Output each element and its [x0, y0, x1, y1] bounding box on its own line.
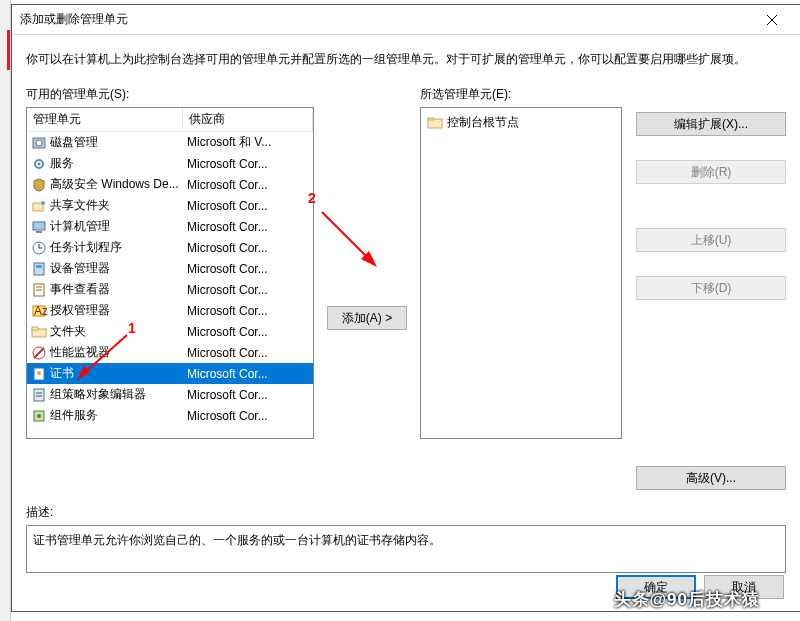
snapin-row[interactable]: 证书Microsoft Cor... [27, 363, 313, 384]
snapin-name: 授权管理器 [50, 302, 110, 319]
snapin-name: 证书 [50, 365, 74, 382]
dialog-window: 添加或删除管理单元 你可以在计算机上为此控制台选择可用的管理单元并配置所选的一组… [11, 4, 800, 612]
svg-rect-8 [33, 222, 45, 230]
share-icon [31, 198, 47, 214]
cert-icon [31, 366, 47, 382]
snapin-row[interactable]: 共享文件夹Microsoft Cor... [27, 195, 313, 216]
clock-icon [31, 240, 47, 256]
snapin-name: 文件夹 [50, 323, 86, 340]
console-root-label: 控制台根节点 [447, 114, 519, 131]
selected-label: 所选管理单元(E): [420, 86, 622, 103]
snapin-name: 计算机管理 [50, 218, 110, 235]
svg-rect-21 [32, 327, 38, 330]
gpo-icon [31, 387, 47, 403]
snapin-name: 服务 [50, 155, 74, 172]
dialog-description: 你可以在计算机上为此控制台选择可用的管理单元并配置所选的一组管理单元。对于可扩展… [26, 51, 786, 68]
snapin-row[interactable]: 文件夹Microsoft Cor... [27, 321, 313, 342]
snapin-row[interactable]: 磁盘管理Microsoft 和 V... [27, 132, 313, 153]
svg-rect-9 [36, 231, 42, 233]
snapin-row[interactable]: 性能监视器Microsoft Cor... [27, 342, 313, 363]
header-name[interactable]: 管理单元 [27, 108, 183, 131]
titlebar: 添加或删除管理单元 [12, 5, 800, 35]
window-title: 添加或删除管理单元 [20, 11, 752, 28]
snapin-vendor: Microsoft Cor... [183, 157, 313, 171]
snapin-vendor: Microsoft Cor... [183, 220, 313, 234]
snapin-vendor: Microsoft Cor... [183, 304, 313, 318]
remove-button[interactable]: 删除(R) [636, 160, 786, 184]
snapin-row[interactable]: 任务计划程序Microsoft Cor... [27, 237, 313, 258]
snapin-row[interactable]: 设备管理器Microsoft Cor... [27, 258, 313, 279]
svg-point-25 [37, 371, 41, 375]
auth-icon: Az [31, 303, 47, 319]
svg-point-7 [41, 201, 45, 205]
snapin-vendor: Microsoft Cor... [183, 346, 313, 360]
snapin-row[interactable]: 服务Microsoft Cor... [27, 153, 313, 174]
snapin-vendor: Microsoft Cor... [183, 367, 313, 381]
available-label: 可用的管理单元(S): [26, 86, 314, 103]
snapin-row[interactable]: 事件查看器Microsoft Cor... [27, 279, 313, 300]
snapin-name: 共享文件夹 [50, 197, 110, 214]
snapin-name: 设备管理器 [50, 260, 110, 277]
snapin-row[interactable]: Az授权管理器Microsoft Cor... [27, 300, 313, 321]
snapin-name: 任务计划程序 [50, 239, 122, 256]
snapin-name: 性能监视器 [50, 344, 110, 361]
list-header: 管理单元 供应商 [27, 108, 313, 132]
available-snapins-list[interactable]: 管理单元 供应商 磁盘管理Microsoft 和 V...服务Microsoft… [26, 107, 314, 439]
snapin-name: 组件服务 [50, 407, 98, 424]
add-button[interactable]: 添加(A) > [327, 306, 407, 330]
svg-rect-13 [34, 263, 44, 275]
snapin-vendor: Microsoft Cor... [183, 199, 313, 213]
close-icon [767, 15, 777, 25]
snapin-name: 高级安全 Windows De... [50, 176, 179, 193]
folder-icon [427, 115, 443, 131]
svg-rect-26 [34, 389, 44, 401]
svg-text:Az: Az [34, 304, 47, 318]
cancel-button[interactable]: 取消 [704, 575, 784, 599]
snapin-vendor: Microsoft Cor... [183, 241, 313, 255]
snapin-row[interactable]: 组件服务Microsoft Cor... [27, 405, 313, 426]
computer-icon [31, 219, 47, 235]
move-up-button[interactable]: 上移(U) [636, 228, 786, 252]
console-root-item[interactable]: 控制台根节点 [425, 112, 617, 133]
snapin-name: 事件查看器 [50, 281, 110, 298]
snapin-name: 组策略对象编辑器 [50, 386, 146, 403]
snapin-row[interactable]: 组策略对象编辑器Microsoft Cor... [27, 384, 313, 405]
advanced-button[interactable]: 高级(V)... [636, 466, 786, 490]
gear-icon [31, 156, 47, 172]
svg-point-30 [37, 414, 41, 418]
svg-point-3 [36, 140, 42, 146]
comp-icon [31, 408, 47, 424]
snapin-vendor: Microsoft 和 V... [183, 134, 313, 151]
event-icon [31, 282, 47, 298]
perf-icon [31, 345, 47, 361]
svg-rect-14 [36, 265, 42, 268]
svg-point-5 [38, 162, 41, 165]
description-label: 描述: [26, 504, 786, 521]
snapin-vendor: Microsoft Cor... [183, 283, 313, 297]
move-down-button[interactable]: 下移(D) [636, 276, 786, 300]
snapin-vendor: Microsoft Cor... [183, 388, 313, 402]
snapin-vendor: Microsoft Cor... [183, 325, 313, 339]
svg-rect-32 [428, 118, 434, 120]
snapin-row[interactable]: 高级安全 Windows De...Microsoft Cor... [27, 174, 313, 195]
selected-snapins-list[interactable]: 控制台根节点 [420, 107, 622, 439]
ok-button[interactable]: 确定 [616, 575, 696, 599]
shield-icon [31, 177, 47, 193]
close-button[interactable] [752, 6, 792, 34]
device-icon [31, 261, 47, 277]
disk-icon [31, 135, 47, 151]
snapin-vendor: Microsoft Cor... [183, 409, 313, 423]
snapin-name: 磁盘管理 [50, 134, 98, 151]
snapin-vendor: Microsoft Cor... [183, 262, 313, 276]
folder-icon [31, 324, 47, 340]
snapin-row[interactable]: 计算机管理Microsoft Cor... [27, 216, 313, 237]
description-box: 证书管理单元允许你浏览自己的、一个服务的或一台计算机的证书存储内容。 [26, 525, 786, 573]
header-vendor[interactable]: 供应商 [183, 108, 313, 131]
edit-extensions-button[interactable]: 编辑扩展(X)... [636, 112, 786, 136]
snapin-vendor: Microsoft Cor... [183, 178, 313, 192]
